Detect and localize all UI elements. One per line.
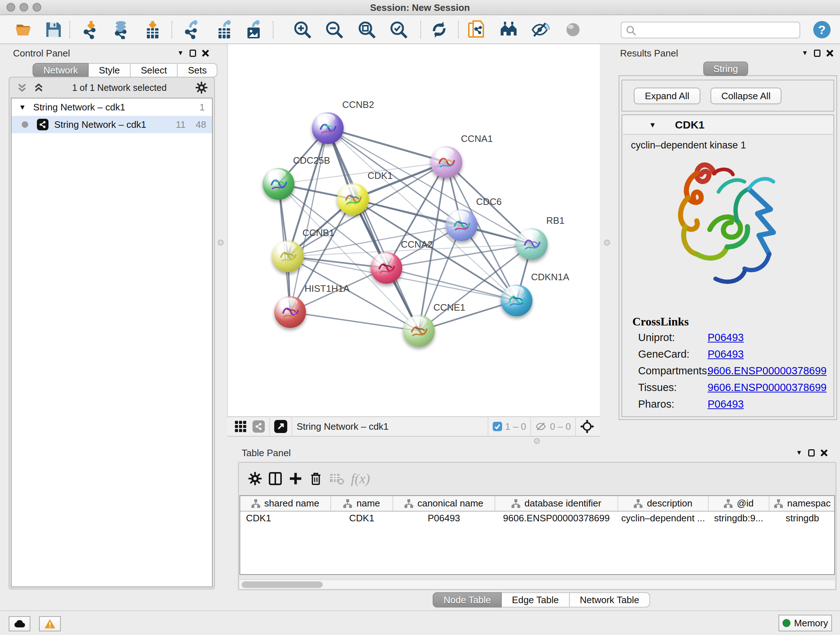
crosslink-link[interactable]: 9606.ENSP00000378699 <box>707 365 827 377</box>
network-edge[interactable] <box>290 312 419 331</box>
control-panel-header-icons: ▼ <box>177 49 209 57</box>
import-table-icon[interactable] <box>143 20 162 39</box>
network-node-ccna2[interactable] <box>370 252 402 284</box>
birdseye-grid-icon[interactable] <box>234 420 247 432</box>
search-input[interactable] <box>621 22 800 38</box>
table-options-gear-icon[interactable] <box>248 472 262 486</box>
tab-network[interactable]: Network <box>33 63 88 78</box>
collection-expander-icon[interactable]: ▼ <box>19 103 26 111</box>
export-table-icon[interactable] <box>216 20 234 39</box>
tab-style[interactable]: Style <box>88 63 131 78</box>
expand-all-networks-icon[interactable] <box>17 83 27 92</box>
collapse-all-button[interactable]: Collapse All <box>711 88 782 104</box>
network-share-icon[interactable] <box>253 420 265 432</box>
selected-checkbox-icon[interactable] <box>493 422 502 431</box>
close-panel-icon[interactable] <box>826 50 834 57</box>
network-row[interactable]: String Network – cdk1 11 48 <box>11 116 212 133</box>
maximize-panel-icon[interactable] <box>189 50 196 57</box>
tab-network-table[interactable]: Network Table <box>570 592 650 608</box>
column-header-name[interactable]: name <box>331 496 393 511</box>
cloud-status-button[interactable] <box>9 616 30 631</box>
network-node-ccnb2[interactable] <box>312 112 344 144</box>
maximize-panel-icon[interactable] <box>808 449 815 456</box>
column-header-namespac[interactable]: namespac <box>769 496 835 511</box>
network-node-cdkn1a[interactable] <box>501 285 532 317</box>
gene-expander-icon[interactable]: ▼ <box>649 121 656 129</box>
zoom-out-icon[interactable] <box>325 20 344 39</box>
import-network-icon[interactable] <box>82 20 101 39</box>
tab-string[interactable]: String <box>703 62 748 76</box>
float-panel-icon[interactable]: ▼ <box>177 49 184 57</box>
tab-select[interactable]: Select <box>131 63 178 78</box>
hidden-eye-icon[interactable] <box>535 422 547 431</box>
column-header-canonical-name[interactable]: canonical name <box>393 496 495 511</box>
network-node-rb1[interactable] <box>516 228 548 260</box>
crosslink-link[interactable]: P06493 <box>707 348 744 360</box>
tab-sets[interactable]: Sets <box>178 63 218 78</box>
crosslink-link[interactable]: 9606.ENSP00000378699 <box>707 382 827 394</box>
open-session-icon[interactable] <box>14 20 33 39</box>
function-builder-icon[interactable]: f(x) <box>351 470 370 486</box>
save-session-icon[interactable] <box>44 20 63 39</box>
detach-view-icon[interactable] <box>274 420 287 433</box>
home-panels-icon[interactable] <box>499 20 518 39</box>
gene-header-row[interactable]: ▼ CDK1 <box>623 116 833 135</box>
warnings-button[interactable] <box>39 616 61 631</box>
zoom-selected-icon[interactable] <box>389 20 408 39</box>
delete-table-icon[interactable] <box>329 472 344 486</box>
clone-network-icon[interactable] <box>467 20 486 39</box>
export-image-icon[interactable] <box>245 20 264 39</box>
network-edge[interactable] <box>328 128 419 331</box>
hide-annotations-icon[interactable] <box>531 20 550 39</box>
fit-content-crosshair-icon[interactable] <box>580 420 594 433</box>
network-canvas[interactable]: CCNB2CCNA1CDC25BCDK1CDC6RB1CCNB1CCNA2CDK… <box>227 44 600 416</box>
collapse-all-networks-icon[interactable] <box>34 83 43 92</box>
network-node-ccnb1[interactable] <box>272 241 304 272</box>
export-network-icon[interactable] <box>183 20 202 39</box>
results-buttons-box: Expand All Collapse All <box>622 80 834 111</box>
column-header-description[interactable]: description <box>618 496 708 511</box>
crosslink-link[interactable]: P06493 <box>707 398 744 410</box>
network-node-hist1h1a[interactable] <box>274 296 306 328</box>
column-header-database-identifier[interactable]: database identifier <box>495 496 618 511</box>
network-edge[interactable] <box>328 128 447 162</box>
memory-button[interactable]: Memory <box>778 615 832 631</box>
left-splitter-handle[interactable] <box>218 240 224 245</box>
refresh-icon[interactable] <box>430 20 448 39</box>
scrollbar-thumb[interactable] <box>242 581 323 588</box>
network-options-gear-icon[interactable] <box>195 81 208 94</box>
network-node-ccne1[interactable] <box>403 315 435 347</box>
close-panel-icon[interactable] <box>821 449 828 456</box>
zoom-fit-icon[interactable] <box>357 20 376 39</box>
column-header-shared-name[interactable]: shared name <box>240 496 331 511</box>
delete-column-icon[interactable] <box>309 472 323 486</box>
control-panel-title: Control Panel <box>13 48 70 59</box>
zoom-in-icon[interactable] <box>293 20 312 39</box>
column-header--id[interactable]: @id <box>708 496 769 511</box>
tab-node-table[interactable]: Node Table <box>433 592 502 608</box>
right-splitter-handle[interactable] <box>604 240 610 245</box>
float-panel-icon[interactable]: ▼ <box>796 449 802 456</box>
horizontal-splitter-handle[interactable] <box>534 438 540 444</box>
collection-name: String Network – cdk1 <box>33 102 125 113</box>
help-icon[interactable]: ? <box>813 20 831 39</box>
float-panel-icon[interactable]: ▼ <box>802 49 808 57</box>
tab-edge-table[interactable]: Edge Table <box>502 592 570 608</box>
expand-all-button[interactable]: Expand All <box>634 88 700 104</box>
network-collection-row[interactable]: ▼ String Network – cdk1 1 <box>11 98 212 116</box>
crosslink-link[interactable]: P06493 <box>707 332 744 344</box>
table-horizontal-scrollbar[interactable] <box>240 579 835 589</box>
import-network-from-database-icon[interactable] <box>111 20 130 39</box>
maximize-panel-icon[interactable] <box>814 50 821 57</box>
network-node-cdc6[interactable] <box>446 209 477 241</box>
close-panel-icon[interactable] <box>202 50 209 57</box>
show-graphics-icon[interactable] <box>564 20 583 39</box>
network-list-header: 1 of 1 Network selected <box>10 78 213 97</box>
table-row[interactable]: CDK1CDK1P064939606.ENSP00000378699cyclin… <box>240 511 835 525</box>
network-node-cdk1[interactable] <box>337 183 369 215</box>
crosslink-row: GeneCard:P06493 <box>638 348 744 360</box>
network-node-cdc25b[interactable] <box>263 168 294 200</box>
show-columns-icon[interactable] <box>268 472 282 486</box>
add-column-icon[interactable] <box>289 472 302 486</box>
network-node-ccna1[interactable] <box>431 146 462 178</box>
